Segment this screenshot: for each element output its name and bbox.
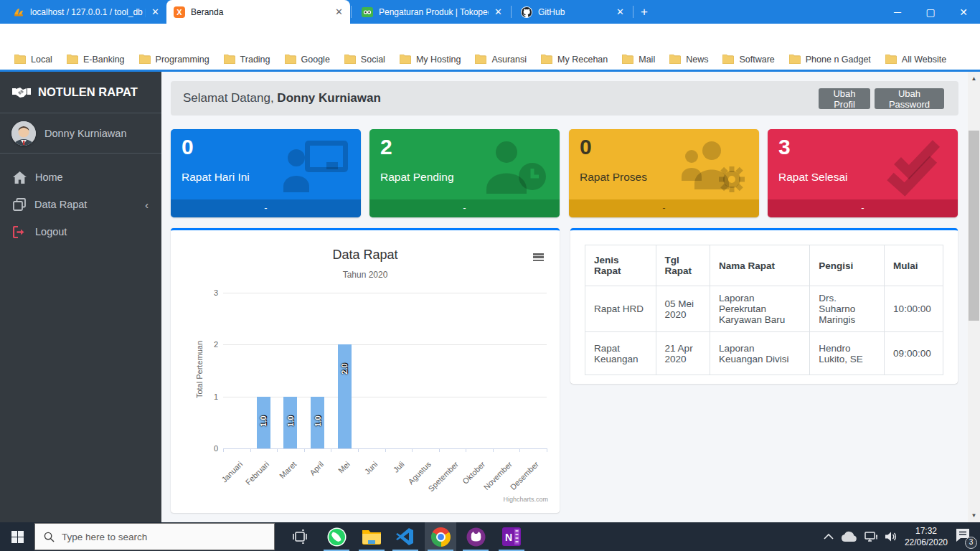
- purple-cat-app-icon: [466, 527, 486, 547]
- upcoming-meetings-card: Jenis RapatTgl RapatNama RapatPengisiMul…: [570, 228, 958, 384]
- chart-credits[interactable]: Highcharts.com: [503, 496, 548, 503]
- bookmark-item[interactable]: E-Banking: [62, 52, 132, 67]
- chalkboard-teacher-icon: [283, 139, 349, 197]
- window-maximize-button[interactable]: ▢: [914, 0, 947, 24]
- x-tick-mark: [250, 448, 251, 452]
- bookmark-item[interactable]: Trading: [220, 52, 278, 67]
- volume-icon[interactable]: [885, 531, 898, 542]
- table-cell: 10:00:00: [885, 286, 943, 332]
- folder-icon: [285, 55, 296, 64]
- taskbar-clock[interactable]: 17:32 22/06/2020: [905, 525, 948, 548]
- stat-footer-link[interactable]: -: [569, 199, 759, 217]
- sidebar-item-home[interactable]: Home: [6, 164, 156, 191]
- bookmark-item[interactable]: Asuransi: [471, 52, 534, 67]
- folder-icon: [224, 55, 235, 64]
- bookmark-item[interactable]: Local: [10, 52, 60, 67]
- ubah-password-button[interactable]: Ubah Password: [875, 88, 944, 109]
- bookmark-label: My Hosting: [416, 55, 461, 65]
- stat-card-rapat-pending: 2 Rapat Pending -: [369, 129, 560, 217]
- tab-separator: [633, 6, 633, 18]
- x-tick-label: Maret: [278, 460, 298, 480]
- meetings-table: Jenis RapatTgl RapatNama RapatPengisiMul…: [585, 245, 943, 375]
- bookmark-item[interactable]: Software: [718, 52, 781, 67]
- bookmark-item[interactable]: Mail: [618, 52, 662, 67]
- sidebar-item-logout[interactable]: Logout: [6, 218, 156, 245]
- action-center-button[interactable]: 3: [954, 527, 974, 547]
- window-close-button[interactable]: ✕: [947, 0, 980, 24]
- stat-footer-link[interactable]: -: [768, 199, 958, 217]
- start-button[interactable]: [0, 522, 34, 551]
- window-minimize-button[interactable]: ─: [881, 0, 914, 24]
- table-header-cell: Jenis Rapat: [585, 245, 656, 286]
- x-tick-label: November: [481, 460, 513, 491]
- chevron-left-icon: ‹: [145, 199, 149, 211]
- tab-separator: [351, 6, 352, 18]
- tab-close-icon[interactable]: ✕: [335, 6, 343, 17]
- bar-data-label: 1.0: [286, 405, 295, 437]
- table-cell: 09:00:00: [885, 332, 943, 375]
- scrollbar-thumb[interactable]: [969, 131, 979, 321]
- sidebar-item-data-rapat[interactable]: Data Rapat ‹: [6, 191, 156, 218]
- tab-github[interactable]: GitHub ✕: [514, 0, 631, 24]
- tab-close-icon[interactable]: ✕: [494, 6, 502, 17]
- task-view-button[interactable]: [284, 522, 316, 551]
- folder-icon: [722, 55, 734, 64]
- onedrive-cloud-icon[interactable]: [840, 531, 857, 542]
- network-icon[interactable]: [864, 531, 878, 542]
- bookmark-item[interactable]: Programming: [135, 52, 217, 67]
- bookmark-item[interactable]: Phone n Gadget: [785, 52, 878, 67]
- folder-icon: [622, 55, 633, 64]
- page-scrollbar[interactable]: ▲ ▼: [968, 72, 980, 522]
- ubah-profil-button[interactable]: Ubah Profil: [819, 88, 870, 109]
- sidebar-user-panel[interactable]: Donny Kurniawan: [0, 113, 161, 154]
- tab-close-icon[interactable]: ✕: [151, 6, 159, 17]
- bookmark-item[interactable]: All Website: [881, 52, 953, 67]
- tab-beranda[interactable]: X Beranda ✕: [166, 0, 350, 24]
- bookmark-item[interactable]: Google: [281, 52, 337, 67]
- chart-context-menu-icon[interactable]: [533, 253, 544, 261]
- stat-footer-link[interactable]: -: [171, 199, 361, 217]
- taskbar-search-box[interactable]: Type here to search: [34, 523, 275, 550]
- x-tick-label: Oktober: [461, 460, 486, 486]
- sidebar-item-label: Home: [35, 171, 63, 183]
- table-cell: 21 Apr 2020: [656, 332, 710, 375]
- scroll-down-arrow[interactable]: ▼: [968, 512, 980, 519]
- stat-value: 3: [778, 135, 791, 159]
- bookmark-item[interactable]: News: [665, 52, 715, 67]
- y-gridline: [223, 397, 547, 397]
- stat-card-rapat-selesai: 3 Rapat Selesai -: [768, 129, 958, 217]
- table-row: Rapat HRD05 Mei 2020Laporan Perekrutan K…: [585, 286, 943, 332]
- taskbar-app-purple-cat[interactable]: [460, 522, 491, 551]
- taskbar-app-file-explorer[interactable]: [356, 522, 387, 551]
- tab-phpmyadmin[interactable]: localhost / 127.0.0.1 / tool_db | p ✕: [6, 0, 166, 24]
- bar-data-label: 1.0: [314, 405, 322, 437]
- scroll-up-arrow[interactable]: ▲: [968, 75, 980, 82]
- bookmark-item[interactable]: My Hosting: [395, 52, 468, 67]
- bookmark-label: Local: [31, 55, 52, 65]
- tab-close-icon[interactable]: ✕: [616, 6, 624, 17]
- phpmyadmin-icon: [13, 6, 24, 18]
- stat-card-rapat-hari-ini: 0 Rapat Hari Ini -: [171, 129, 361, 217]
- bookmark-item[interactable]: Social: [340, 52, 392, 67]
- brand[interactable]: NOTULEN RAPAT: [0, 72, 161, 113]
- taskbar-app-onenote[interactable]: N: [496, 522, 527, 551]
- bookmark-item[interactable]: My Recehan: [537, 52, 615, 67]
- taskbar-app-vscode[interactable]: [390, 522, 421, 551]
- whatsapp-icon: [327, 527, 347, 547]
- stat-label: Rapat Hari Ini: [182, 171, 250, 184]
- bookmark-label: News: [686, 55, 708, 65]
- tray-chevron-up-icon[interactable]: [824, 533, 834, 540]
- x-tick-mark: [385, 448, 386, 452]
- tab-tokopedia[interactable]: Pengaturan Produk | Tokopedia ✕: [354, 0, 509, 24]
- table-header-cell: Tgl Rapat: [656, 245, 710, 286]
- svg-text:N: N: [505, 532, 512, 543]
- table-cell: Hendro Lukito, SE: [810, 332, 885, 375]
- home-icon: [13, 171, 27, 184]
- new-tab-button[interactable]: +: [637, 5, 651, 19]
- xampp-icon: X: [174, 6, 185, 18]
- taskbar-app-chrome[interactable]: [425, 522, 456, 551]
- stat-footer-link[interactable]: -: [369, 199, 560, 217]
- taskbar-app-whatsapp[interactable]: [321, 522, 352, 551]
- bookmark-label: E-Banking: [83, 55, 125, 65]
- task-view-icon: [293, 529, 307, 544]
